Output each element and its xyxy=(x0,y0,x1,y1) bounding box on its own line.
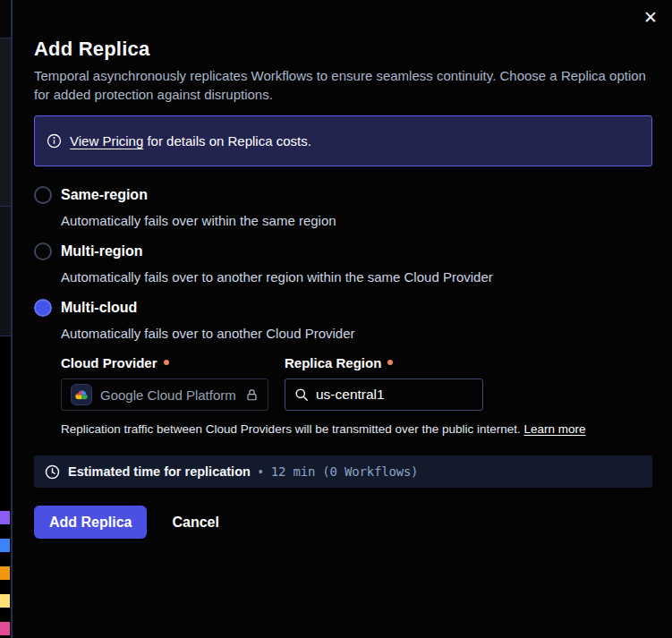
cloud-provider-label: Cloud Provider xyxy=(61,353,268,371)
option-label: Multi-cloud xyxy=(61,300,137,316)
option-description: Automatically fails over to another regi… xyxy=(61,268,652,286)
option-multi-cloud-radio-row[interactable]: Multi-cloud xyxy=(34,297,652,319)
cloud-provider-select[interactable]: Google Cloud Platform xyxy=(61,379,268,411)
replica-region-input[interactable] xyxy=(316,387,473,403)
radio-selected-icon[interactable] xyxy=(34,299,52,317)
view-pricing-link[interactable]: View Pricing xyxy=(70,133,143,149)
radio-unselected-icon[interactable] xyxy=(34,242,52,260)
add-replica-modal: ✕ Add Replica Temporal asynchronously re… xyxy=(13,0,672,638)
option-description: Automatically fails over within the same… xyxy=(61,212,652,230)
estimate-separator: • xyxy=(259,464,263,479)
pricing-banner-rest: for details on Replica costs. xyxy=(143,133,311,149)
required-dot-icon xyxy=(164,360,169,365)
cancel-button[interactable]: Cancel xyxy=(172,515,218,531)
info-icon xyxy=(47,133,62,149)
multi-cloud-form: Cloud Provider Replica Region xyxy=(61,353,652,436)
replica-region-field xyxy=(285,379,483,411)
close-icon[interactable]: ✕ xyxy=(640,5,661,30)
background-nav-colors xyxy=(0,511,10,635)
pricing-banner-text: View Pricing for details on Replica cost… xyxy=(70,133,311,149)
option-label: Multi-region xyxy=(61,243,143,259)
option-description: Automatically fails over to another Clou… xyxy=(61,325,652,343)
add-replica-button[interactable]: Add Replica xyxy=(34,506,147,539)
option-same-region-radio-row[interactable]: Same-region xyxy=(34,184,652,206)
google-cloud-logo-icon xyxy=(71,384,92,405)
search-icon xyxy=(294,387,309,402)
estimated-time-banner: Estimated time for replication • 12 min … xyxy=(34,455,652,488)
modal-description: Temporal asynchronously replicates Workf… xyxy=(34,66,652,104)
option-label: Same-region xyxy=(61,187,148,203)
required-dot-icon xyxy=(387,360,393,365)
estimate-label: Estimated time for replication xyxy=(68,464,251,479)
option-same-region: Same-region Automatically fails over wit… xyxy=(34,184,652,230)
option-multi-cloud: Multi-cloud Automatically fails over to … xyxy=(34,297,652,436)
modal-actions: Add Replica Cancel xyxy=(34,506,652,539)
public-internet-note: Replication traffic between Cloud Provid… xyxy=(61,422,652,436)
option-multi-region: Multi-region Automatically fails over to… xyxy=(34,241,652,286)
pricing-info-banner: View Pricing for details on Replica cost… xyxy=(34,115,652,166)
lock-icon xyxy=(245,388,259,402)
replica-region-label: Replica Region xyxy=(285,353,483,371)
estimate-value: 12 min (0 Workflows) xyxy=(271,464,419,479)
radio-unselected-icon[interactable] xyxy=(34,186,52,204)
learn-more-link[interactable]: Learn more xyxy=(524,422,586,436)
cloud-provider-value: Google Cloud Platform xyxy=(100,387,237,403)
option-multi-region-radio-row[interactable]: Multi-region xyxy=(34,241,652,262)
clock-icon xyxy=(45,464,60,480)
page-title: Add Replica xyxy=(34,0,652,61)
replica-options-group: Same-region Automatically fails over wit… xyxy=(34,184,652,436)
